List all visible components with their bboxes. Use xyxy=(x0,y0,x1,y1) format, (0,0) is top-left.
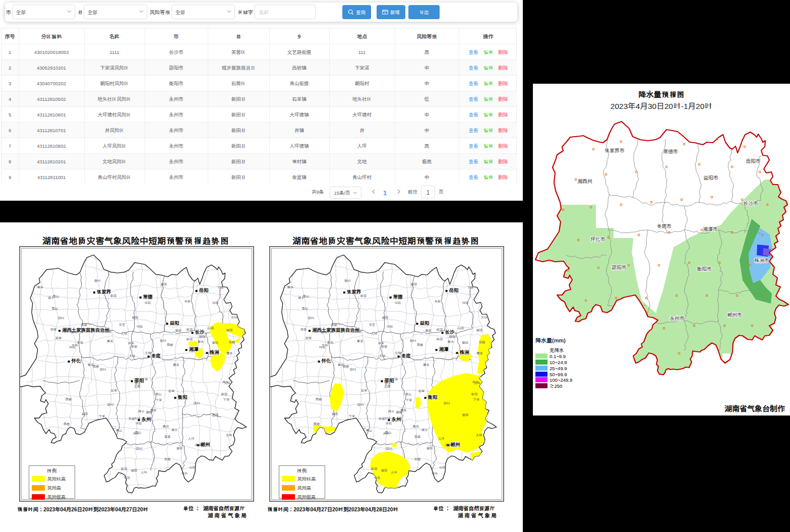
svg-text:潭溪: 潭溪 xyxy=(173,363,179,367)
svg-text:石鼓: 石鼓 xyxy=(479,340,485,344)
svg-text:宋家: 宋家 xyxy=(306,336,312,340)
svg-text:西岩: 西岩 xyxy=(314,422,320,426)
svg-text:西岩: 西岩 xyxy=(93,364,99,369)
svg-text:永州市: 永州市 xyxy=(670,315,685,322)
svg-text:大坪: 大坪 xyxy=(481,315,488,320)
svg-text:朝日: 朝日 xyxy=(175,328,181,333)
svg-text:下宋: 下宋 xyxy=(99,414,105,419)
svg-text:西岩: 西岩 xyxy=(64,422,70,426)
svg-text:潭溪: 潭溪 xyxy=(105,329,112,334)
svg-text:怀化: 怀化 xyxy=(322,357,331,364)
svg-text:宋家: 宋家 xyxy=(129,417,135,421)
svg-text:湘乡: 湘乡 xyxy=(138,409,145,413)
svg-text:大坪: 大坪 xyxy=(384,416,391,421)
svg-text:宋家: 宋家 xyxy=(131,344,137,349)
svg-text:坪石: 坪石 xyxy=(462,301,468,305)
svg-text:朝日: 朝日 xyxy=(462,340,468,345)
svg-text:岳村: 岳村 xyxy=(160,338,166,343)
svg-text:坪石: 坪石 xyxy=(145,301,151,305)
svg-text:田村: 田村 xyxy=(350,367,356,372)
svg-text:株洲市: 株洲市 xyxy=(754,257,769,264)
svg-text:青溪: 青溪 xyxy=(357,339,363,343)
svg-text:西岩: 西岩 xyxy=(343,364,349,369)
svg-text:青溪: 青溪 xyxy=(107,339,113,343)
svg-text:田村: 田村 xyxy=(100,367,106,372)
svg-text:岩田: 岩田 xyxy=(382,315,388,320)
svg-text:岩田: 岩田 xyxy=(476,328,482,332)
svg-text:下宋: 下宋 xyxy=(406,398,412,402)
svg-text:永新: 永新 xyxy=(185,299,191,304)
svg-text:石羊: 石羊 xyxy=(195,443,202,447)
svg-text:常德市: 常德市 xyxy=(663,148,678,155)
svg-text:衡水: 衡水 xyxy=(198,339,204,344)
svg-text:人坪: 人坪 xyxy=(188,436,195,441)
svg-text:坪石: 坪石 xyxy=(327,340,333,345)
svg-text:新田: 新田 xyxy=(437,327,443,332)
svg-text:岳村: 岳村 xyxy=(410,338,416,343)
svg-text:下宋: 下宋 xyxy=(349,414,355,419)
svg-text:坪石: 坪石 xyxy=(137,324,143,329)
svg-text:山田: 山田 xyxy=(440,465,446,469)
svg-text:新田: 新田 xyxy=(371,466,377,471)
svg-text:井头: 井头 xyxy=(181,471,188,476)
svg-text:北地: 北地 xyxy=(384,384,390,389)
svg-text:下宋: 下宋 xyxy=(142,377,148,382)
svg-text:下宋: 下宋 xyxy=(217,285,223,290)
svg-text:坪石: 坪石 xyxy=(319,345,325,349)
svg-text:怀化市: 怀化市 xyxy=(590,235,605,243)
svg-text:新田: 新田 xyxy=(187,327,193,332)
svg-text:西岩: 西岩 xyxy=(316,397,322,401)
svg-text:朝阳: 朝阳 xyxy=(449,334,455,339)
svg-text:南山: 南山 xyxy=(303,294,309,299)
svg-text:宋家: 宋家 xyxy=(381,344,387,349)
svg-text:大坪: 大坪 xyxy=(129,353,136,358)
svg-text:田村: 田村 xyxy=(386,446,393,451)
svg-text:衡阳市: 衡阳市 xyxy=(697,265,712,272)
svg-text:衡阳: 衡阳 xyxy=(178,393,188,400)
svg-text:益田: 益田 xyxy=(82,411,88,416)
svg-text:潭溪: 潭溪 xyxy=(150,408,157,412)
svg-text:下宋: 下宋 xyxy=(156,398,162,402)
svg-text:永新: 永新 xyxy=(435,299,441,304)
svg-text:宋家: 宋家 xyxy=(300,327,307,332)
svg-text:朝日: 朝日 xyxy=(426,328,432,333)
svg-text:张家界: 张家界 xyxy=(97,288,111,295)
svg-text:人坪: 人坪 xyxy=(371,331,378,336)
svg-text:朝日: 朝日 xyxy=(413,424,419,429)
svg-text:坪石: 坪石 xyxy=(386,421,392,426)
svg-text:张家界市: 张家界市 xyxy=(604,147,625,154)
svg-text:西岩: 西岩 xyxy=(417,342,423,347)
svg-text:株洲: 株洲 xyxy=(210,348,219,356)
svg-text:湘西州: 湘西州 xyxy=(577,178,592,185)
svg-text:岳村: 岳村 xyxy=(344,278,351,283)
svg-text:大坪: 大坪 xyxy=(134,416,141,421)
svg-text:潭溪: 潭溪 xyxy=(400,408,407,412)
svg-text:湘潭: 湘潭 xyxy=(439,345,449,352)
svg-text:山田: 山田 xyxy=(458,326,464,330)
svg-text:新田: 新田 xyxy=(360,293,367,298)
svg-text:坪石: 坪石 xyxy=(69,345,75,349)
svg-text:邵阳市: 邵阳市 xyxy=(612,264,627,271)
svg-text:长沙市: 长沙市 xyxy=(743,200,758,207)
svg-text:北地: 北地 xyxy=(395,350,401,355)
svg-text:常德: 常德 xyxy=(393,293,403,300)
svg-text:潭溪: 潭溪 xyxy=(226,351,233,356)
svg-text:南山: 南山 xyxy=(52,306,58,311)
svg-text:石羊: 石羊 xyxy=(418,389,425,393)
svg-text:下宋: 下宋 xyxy=(392,377,398,382)
svg-text:岳阳市: 岳阳市 xyxy=(746,157,761,164)
svg-text:岩田: 岩田 xyxy=(462,412,468,417)
svg-text:株洲: 株洲 xyxy=(460,348,469,356)
svg-text:山田: 山田 xyxy=(190,465,196,469)
svg-text:张家界: 张家界 xyxy=(347,288,361,295)
svg-text:益田: 益田 xyxy=(332,411,338,416)
svg-text:山田: 山田 xyxy=(208,326,214,330)
svg-text:岳阳: 岳阳 xyxy=(199,286,209,293)
svg-text:宋家: 宋家 xyxy=(50,327,56,332)
svg-text:郴州: 郴州 xyxy=(201,441,210,448)
svg-text:湘西土家族苗族自治州: 湘西土家族苗族自治州 xyxy=(312,326,359,333)
svg-text:益田: 益田 xyxy=(131,468,137,472)
svg-text:田村: 田村 xyxy=(357,402,364,407)
svg-text:南山: 南山 xyxy=(53,294,59,299)
svg-text:人坪: 人坪 xyxy=(121,331,128,336)
